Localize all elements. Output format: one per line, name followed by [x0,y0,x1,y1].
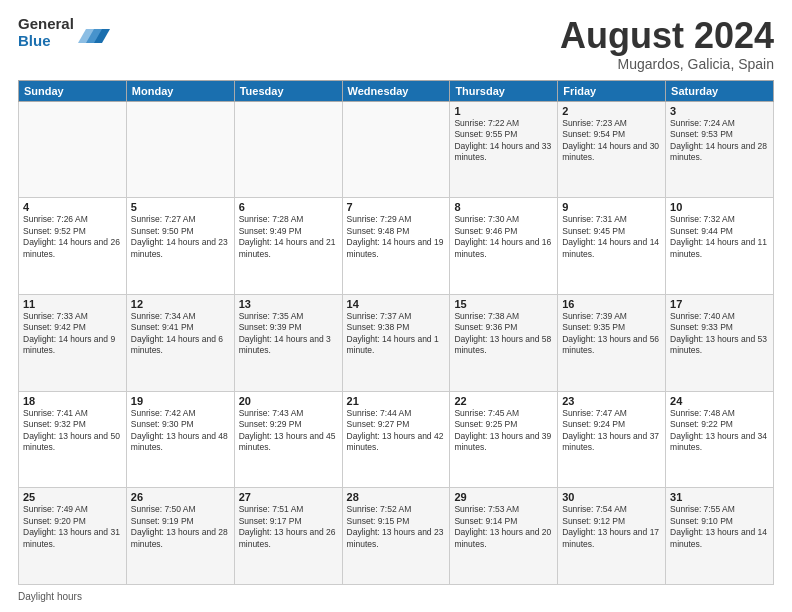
calendar-cell: 14Sunrise: 7:37 AM Sunset: 9:38 PM Dayli… [342,294,450,391]
calendar-cell: 9Sunrise: 7:31 AM Sunset: 9:45 PM Daylig… [558,198,666,295]
day-number: 10 [670,201,769,213]
week-row-1: 1Sunrise: 7:22 AM Sunset: 9:55 PM Daylig… [19,101,774,198]
day-info: Sunrise: 7:31 AM Sunset: 9:45 PM Dayligh… [562,214,661,260]
calendar-cell: 17Sunrise: 7:40 AM Sunset: 9:33 PM Dayli… [666,294,774,391]
calendar-cell: 31Sunrise: 7:55 AM Sunset: 9:10 PM Dayli… [666,488,774,585]
day-info: Sunrise: 7:54 AM Sunset: 9:12 PM Dayligh… [562,504,661,550]
day-number: 20 [239,395,338,407]
day-number: 18 [23,395,122,407]
day-number: 16 [562,298,661,310]
day-info: Sunrise: 7:33 AM Sunset: 9:42 PM Dayligh… [23,311,122,357]
day-number: 30 [562,491,661,503]
weekday-header-tuesday: Tuesday [234,80,342,101]
calendar-cell: 21Sunrise: 7:44 AM Sunset: 9:27 PM Dayli… [342,391,450,488]
day-info: Sunrise: 7:40 AM Sunset: 9:33 PM Dayligh… [670,311,769,357]
day-number: 31 [670,491,769,503]
day-number: 11 [23,298,122,310]
day-info: Sunrise: 7:23 AM Sunset: 9:54 PM Dayligh… [562,118,661,164]
calendar-cell: 20Sunrise: 7:43 AM Sunset: 9:29 PM Dayli… [234,391,342,488]
day-info: Sunrise: 7:45 AM Sunset: 9:25 PM Dayligh… [454,408,553,454]
calendar-cell [234,101,342,198]
week-row-3: 11Sunrise: 7:33 AM Sunset: 9:42 PM Dayli… [19,294,774,391]
calendar-cell: 8Sunrise: 7:30 AM Sunset: 9:46 PM Daylig… [450,198,558,295]
calendar-cell: 30Sunrise: 7:54 AM Sunset: 9:12 PM Dayli… [558,488,666,585]
weekday-header-row: SundayMondayTuesdayWednesdayThursdayFrid… [19,80,774,101]
day-number: 28 [347,491,446,503]
page: General Blue August 2024 Mugardos, Galic… [0,0,792,612]
weekday-header-wednesday: Wednesday [342,80,450,101]
day-number: 2 [562,105,661,117]
day-number: 13 [239,298,338,310]
calendar-cell [126,101,234,198]
weekday-header-monday: Monday [126,80,234,101]
day-info: Sunrise: 7:51 AM Sunset: 9:17 PM Dayligh… [239,504,338,550]
footer: Daylight hours [18,589,774,602]
calendar-cell [19,101,127,198]
day-info: Sunrise: 7:49 AM Sunset: 9:20 PM Dayligh… [23,504,122,550]
day-info: Sunrise: 7:22 AM Sunset: 9:55 PM Dayligh… [454,118,553,164]
day-number: 7 [347,201,446,213]
day-info: Sunrise: 7:39 AM Sunset: 9:35 PM Dayligh… [562,311,661,357]
day-number: 23 [562,395,661,407]
calendar: SundayMondayTuesdayWednesdayThursdayFrid… [18,80,774,585]
day-number: 6 [239,201,338,213]
day-number: 24 [670,395,769,407]
weekday-header-saturday: Saturday [666,80,774,101]
day-number: 17 [670,298,769,310]
header: General Blue August 2024 Mugardos, Galic… [18,16,774,72]
day-info: Sunrise: 7:34 AM Sunset: 9:41 PM Dayligh… [131,311,230,357]
calendar-cell: 3Sunrise: 7:24 AM Sunset: 9:53 PM Daylig… [666,101,774,198]
calendar-cell: 10Sunrise: 7:32 AM Sunset: 9:44 PM Dayli… [666,198,774,295]
day-info: Sunrise: 7:42 AM Sunset: 9:30 PM Dayligh… [131,408,230,454]
day-number: 29 [454,491,553,503]
calendar-cell: 1Sunrise: 7:22 AM Sunset: 9:55 PM Daylig… [450,101,558,198]
weekday-header-thursday: Thursday [450,80,558,101]
logo: General Blue [18,16,110,49]
calendar-cell: 15Sunrise: 7:38 AM Sunset: 9:36 PM Dayli… [450,294,558,391]
day-number: 15 [454,298,553,310]
day-info: Sunrise: 7:47 AM Sunset: 9:24 PM Dayligh… [562,408,661,454]
day-number: 27 [239,491,338,503]
day-info: Sunrise: 7:38 AM Sunset: 9:36 PM Dayligh… [454,311,553,357]
calendar-cell: 24Sunrise: 7:48 AM Sunset: 9:22 PM Dayli… [666,391,774,488]
day-info: Sunrise: 7:44 AM Sunset: 9:27 PM Dayligh… [347,408,446,454]
day-number: 1 [454,105,553,117]
calendar-cell: 4Sunrise: 7:26 AM Sunset: 9:52 PM Daylig… [19,198,127,295]
subtitle: Mugardos, Galicia, Spain [560,56,774,72]
weekday-header-sunday: Sunday [19,80,127,101]
day-number: 12 [131,298,230,310]
day-info: Sunrise: 7:50 AM Sunset: 9:19 PM Dayligh… [131,504,230,550]
day-number: 9 [562,201,661,213]
logo-general: General [18,16,74,33]
calendar-cell: 5Sunrise: 7:27 AM Sunset: 9:50 PM Daylig… [126,198,234,295]
day-info: Sunrise: 7:30 AM Sunset: 9:46 PM Dayligh… [454,214,553,260]
day-number: 26 [131,491,230,503]
calendar-cell: 2Sunrise: 7:23 AM Sunset: 9:54 PM Daylig… [558,101,666,198]
day-number: 3 [670,105,769,117]
footer-text: Daylight hours [18,591,82,602]
week-row-4: 18Sunrise: 7:41 AM Sunset: 9:32 PM Dayli… [19,391,774,488]
logo-text: General Blue [18,16,74,49]
calendar-cell: 23Sunrise: 7:47 AM Sunset: 9:24 PM Dayli… [558,391,666,488]
calendar-cell: 7Sunrise: 7:29 AM Sunset: 9:48 PM Daylig… [342,198,450,295]
calendar-cell: 29Sunrise: 7:53 AM Sunset: 9:14 PM Dayli… [450,488,558,585]
day-info: Sunrise: 7:37 AM Sunset: 9:38 PM Dayligh… [347,311,446,357]
day-number: 25 [23,491,122,503]
calendar-cell: 28Sunrise: 7:52 AM Sunset: 9:15 PM Dayli… [342,488,450,585]
day-info: Sunrise: 7:32 AM Sunset: 9:44 PM Dayligh… [670,214,769,260]
day-info: Sunrise: 7:29 AM Sunset: 9:48 PM Dayligh… [347,214,446,260]
day-number: 5 [131,201,230,213]
day-info: Sunrise: 7:55 AM Sunset: 9:10 PM Dayligh… [670,504,769,550]
day-info: Sunrise: 7:26 AM Sunset: 9:52 PM Dayligh… [23,214,122,260]
calendar-cell: 13Sunrise: 7:35 AM Sunset: 9:39 PM Dayli… [234,294,342,391]
calendar-cell: 11Sunrise: 7:33 AM Sunset: 9:42 PM Dayli… [19,294,127,391]
day-info: Sunrise: 7:24 AM Sunset: 9:53 PM Dayligh… [670,118,769,164]
logo-blue: Blue [18,33,74,50]
title-block: August 2024 Mugardos, Galicia, Spain [560,16,774,72]
day-number: 14 [347,298,446,310]
day-info: Sunrise: 7:41 AM Sunset: 9:32 PM Dayligh… [23,408,122,454]
day-info: Sunrise: 7:35 AM Sunset: 9:39 PM Dayligh… [239,311,338,357]
day-info: Sunrise: 7:43 AM Sunset: 9:29 PM Dayligh… [239,408,338,454]
day-info: Sunrise: 7:52 AM Sunset: 9:15 PM Dayligh… [347,504,446,550]
calendar-cell: 26Sunrise: 7:50 AM Sunset: 9:19 PM Dayli… [126,488,234,585]
